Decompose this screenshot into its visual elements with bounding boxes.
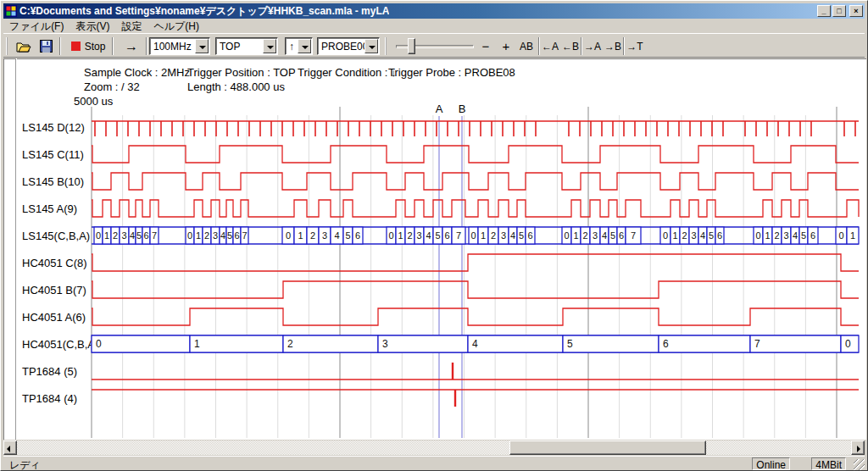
bus-value: 7 xyxy=(152,230,157,241)
trigger-edge-combo[interactable]: ↑ xyxy=(285,37,313,55)
horizontal-scrollbar[interactable] xyxy=(3,441,865,455)
trigger-edge-value: ↑ xyxy=(289,41,294,53)
stop-label: Stop xyxy=(85,41,106,53)
trigger-position-combo[interactable]: TOP xyxy=(215,37,278,55)
bus-value: 6 xyxy=(663,338,669,350)
dropdown-arrow-icon[interactable] xyxy=(298,39,311,53)
toolbar-separator xyxy=(112,37,114,55)
bus-value: 1 xyxy=(672,230,677,241)
scroll-right-button[interactable] xyxy=(851,441,865,455)
bus-value: 7 xyxy=(456,230,461,241)
title-bar: C:¥Documents and Settings¥noname¥デスクトップ¥… xyxy=(3,3,865,19)
trigger-probe-combo[interactable]: PROBE00 xyxy=(317,37,380,55)
zoom-in-button[interactable]: + xyxy=(498,36,514,56)
toolbar-separator xyxy=(581,37,582,55)
menu-settings[interactable]: 設定 xyxy=(115,19,147,32)
goto-trigger-button[interactable]: →T xyxy=(626,36,644,56)
bus-value: 2 xyxy=(582,230,587,241)
zoom-out-button[interactable]: − xyxy=(478,36,493,56)
bus-value: 6 xyxy=(717,230,722,241)
dropdown-arrow-icon[interactable] xyxy=(364,39,378,53)
scroll-left-button[interactable] xyxy=(3,441,17,455)
dropdown-arrow-icon[interactable] xyxy=(195,39,209,53)
bus-value: 3 xyxy=(213,230,218,241)
bus-value: 7 xyxy=(754,338,760,350)
zoom-slider-handle[interactable] xyxy=(408,38,415,54)
bus-value: 2 xyxy=(682,230,687,241)
cursor-B-label: B xyxy=(459,103,466,115)
menu-help[interactable]: ヘルプ(H) xyxy=(147,19,205,32)
bus-value: 2 xyxy=(774,230,779,241)
minimize-button[interactable]: _ xyxy=(817,5,831,17)
toolbar-grip xyxy=(385,37,387,55)
scrollbar-thumb[interactable] xyxy=(509,441,706,455)
maximize-button[interactable]: □ xyxy=(832,5,846,17)
menu-bar: ファイル(F) 表示(V) 設定 ヘルプ(H) xyxy=(3,19,865,33)
trigger-probe-value: PROBE00 xyxy=(321,41,368,53)
bus-value: 4 xyxy=(602,230,607,241)
bus-value: 3 xyxy=(783,230,788,241)
bus-value: 0 xyxy=(96,230,101,241)
bus-value: 0 xyxy=(388,230,393,241)
bus-value: 3 xyxy=(382,338,388,350)
close-button[interactable]: × xyxy=(849,5,863,17)
goto-cursor-b-right-button[interactable]: →B xyxy=(604,36,622,56)
waveform-plot[interactable]: AB01234567012345670123456012345670123456… xyxy=(1,58,868,440)
bus-cell xyxy=(92,335,190,352)
bus-value: 0 xyxy=(286,230,291,241)
bus-value: 4 xyxy=(793,230,798,241)
bus-value: 5 xyxy=(519,230,524,241)
bus-value: 6 xyxy=(527,230,532,241)
bus-value: 4 xyxy=(510,230,515,241)
bus-value: 2 xyxy=(491,230,496,241)
resize-grip[interactable] xyxy=(854,459,865,470)
bus-value: 2 xyxy=(113,230,118,241)
bus-value: 0 xyxy=(96,338,102,350)
dropdown-arrow-icon[interactable] xyxy=(263,39,276,53)
bus-value: 0 xyxy=(564,230,569,241)
app-icon xyxy=(5,5,17,17)
goto-cursor-a-right-button[interactable]: →A xyxy=(583,36,602,56)
bus-value: 1 xyxy=(573,230,578,241)
floppy-icon xyxy=(40,40,53,53)
bus-cell xyxy=(190,335,283,352)
status-ready-text: レディ xyxy=(9,458,41,471)
stop-button[interactable]: Stop xyxy=(66,36,110,56)
goto-cursor-b-left-button[interactable]: ←B xyxy=(561,36,580,56)
bus-cell xyxy=(378,335,468,352)
bus-value: 5 xyxy=(227,230,232,241)
toolbar-separator xyxy=(146,37,147,55)
bus-value: 6 xyxy=(619,230,624,241)
run-button[interactable]: → xyxy=(117,36,146,56)
toolbar-separator xyxy=(538,37,540,55)
save-button[interactable] xyxy=(36,36,56,56)
bus-value: 1 xyxy=(850,230,855,241)
bus-value: 4 xyxy=(426,230,431,241)
open-folder-icon xyxy=(16,41,31,53)
menu-file[interactable]: ファイル(F) xyxy=(3,19,70,32)
bus-cell xyxy=(659,335,750,352)
open-button[interactable] xyxy=(14,36,34,56)
status-online-badge: Online xyxy=(752,457,790,470)
bus-value: 2 xyxy=(310,230,315,241)
toolbar-separator xyxy=(59,37,61,55)
bus-value: 6 xyxy=(355,230,360,241)
bus-value: 3 xyxy=(121,230,126,241)
bus-value: 0 xyxy=(838,230,843,241)
stop-icon xyxy=(71,42,81,51)
bus-value: 2 xyxy=(287,338,293,350)
bus-value: 1 xyxy=(298,230,303,241)
bus-value: 0 xyxy=(755,230,760,241)
ab-button[interactable]: AB xyxy=(515,36,537,56)
sample-clock-combo[interactable]: 100MHz xyxy=(149,37,210,55)
bus-value: 5 xyxy=(435,230,440,241)
bus-value: 4 xyxy=(472,338,478,350)
bus-value: 3 xyxy=(593,230,598,241)
bus-value: 2 xyxy=(204,230,209,241)
bus-value: 4 xyxy=(700,230,705,241)
bus-value: 0 xyxy=(663,230,668,241)
bus-cell xyxy=(750,335,841,352)
bus-value: 0 xyxy=(470,230,476,241)
menu-view[interactable]: 表示(V) xyxy=(70,19,115,32)
goto-cursor-a-left-button[interactable]: ←A xyxy=(541,36,559,56)
